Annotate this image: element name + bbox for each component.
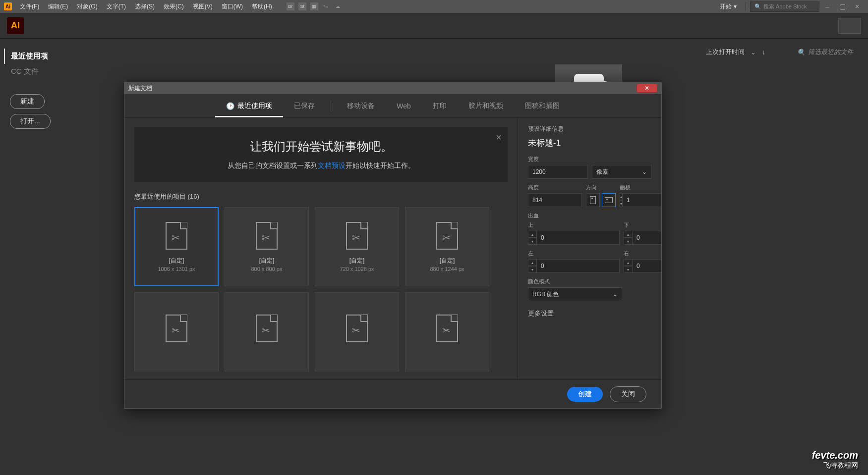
new-button[interactable]: 新建: [10, 94, 45, 109]
height-label: 高度: [528, 184, 582, 191]
bleed-top-label: 上: [528, 221, 620, 229]
content-topbar: 排序 上次打开时间 ⌄ ↓ 🔍 筛选最近的文件: [119, 48, 853, 56]
artboards-input[interactable]: [623, 193, 661, 207]
tab-print[interactable]: 打印: [422, 95, 458, 117]
search-icon: 🔍: [754, 3, 761, 10]
tab-film[interactable]: 胶片和视频: [458, 95, 514, 117]
app-icon: Ai: [4, 2, 12, 10]
filter-recent-files[interactable]: 🔍 筛选最近的文件: [797, 48, 853, 56]
bleed-left-input[interactable]: [537, 259, 620, 273]
preset-item[interactable]: ✂[自定]720 x 1028 px: [315, 207, 399, 286]
nav-cc-files[interactable]: CC 文件: [4, 64, 94, 79]
stock-search-placeholder: 搜索 Adobe Stock: [763, 3, 807, 10]
menu-window[interactable]: 窗口(W): [218, 1, 247, 12]
height-input[interactable]: [528, 193, 582, 207]
unit-select[interactable]: 像素⌄: [592, 165, 652, 179]
preset-item[interactable]: ✂: [405, 292, 489, 371]
gpu-icon[interactable]: ⮑: [322, 2, 331, 11]
ai-logo: Ai: [7, 17, 24, 34]
dialog-left-pane: × 让我们开始尝试新事物吧。 从您自己的文档设置或一系列文档预设开始以快速开始工…: [124, 118, 518, 379]
preset-name: [自定]: [440, 257, 455, 265]
doc-presets-link[interactable]: 文档预设: [318, 161, 346, 169]
chevron-down-icon: ⌄: [642, 168, 647, 175]
menu-effect[interactable]: 效果(C): [160, 1, 188, 12]
arrange-icon[interactable]: ▦: [310, 2, 319, 11]
bridge-icon[interactable]: Br: [286, 2, 295, 11]
watermark: fevte.com 飞特教程网: [812, 450, 858, 470]
preset-item[interactable]: ✂[自定]880 x 1244 px: [405, 207, 489, 286]
chevron-down-icon[interactable]: ⌄: [751, 49, 756, 56]
open-button[interactable]: 打开...: [10, 114, 51, 129]
window-restore[interactable]: ▢: [835, 2, 849, 11]
orientation-portrait[interactable]: [586, 193, 600, 207]
nav-recent[interactable]: 最近使用项: [4, 49, 94, 64]
menu-type[interactable]: 文字(T): [103, 1, 130, 12]
dialog-close-button[interactable]: ✕: [637, 84, 657, 93]
create-button[interactable]: 创建: [567, 387, 603, 402]
left-sidebar: 最近使用项 CC 文件 新建 打开...: [0, 39, 104, 475]
bleed-top-input[interactable]: [537, 231, 620, 245]
tab-art[interactable]: 图稿和插图: [514, 95, 571, 117]
dialog-footer: 创建 关闭: [124, 379, 661, 408]
start-dropdown[interactable]: 开始 ▾: [715, 1, 742, 12]
window-close[interactable]: ×: [850, 2, 864, 11]
menu-view[interactable]: 视图(V): [189, 1, 217, 12]
preset-item[interactable]: ✂[自定]1006 x 1301 px: [134, 207, 219, 286]
filter-placeholder: 筛选最近的文件: [808, 48, 853, 56]
colormode-label: 颜色模式: [528, 278, 651, 285]
sync-icon[interactable]: ☁: [334, 2, 343, 11]
preset-dim: 880 x 1244 px: [430, 266, 464, 272]
clock-icon: 🕑: [226, 102, 234, 110]
dialog-titlebar: 新建文档 ✕: [124, 82, 661, 94]
sort-value[interactable]: 上次打开时间: [706, 48, 745, 56]
bleed-bottom-input[interactable]: [633, 231, 661, 245]
menu-edit[interactable]: 编辑(E): [44, 1, 72, 12]
hero-heading: 让我们开始尝试新事物吧。: [144, 139, 498, 155]
preset-item[interactable]: ✂: [134, 292, 219, 371]
stock-icon[interactable]: St: [298, 2, 307, 11]
tab-web[interactable]: Web: [386, 95, 422, 117]
chevron-down-icon: ▾: [734, 3, 737, 10]
preset-grid: ✂[自定]1006 x 1301 px✂[自定]800 x 800 px✂[自定…: [134, 207, 508, 371]
details-header: 预设详细信息: [528, 125, 651, 133]
toolbar: Ai: [0, 13, 868, 39]
dialog-title: 新建文档: [128, 84, 152, 93]
recent-section-label: 您最近使用的项目 (16): [134, 192, 508, 201]
tab-mobile[interactable]: 移动设备: [336, 95, 386, 117]
close-button[interactable]: 关闭: [610, 386, 646, 402]
menu-help[interactable]: 帮助(H): [248, 1, 276, 12]
hero-close-icon[interactable]: ×: [496, 132, 502, 143]
workspace-switch[interactable]: [838, 18, 861, 34]
hero-banner: × 让我们开始尝试新事物吧。 从您自己的文档设置或一系列文档预设开始以快速开始工…: [134, 127, 508, 182]
sort-dir-icon[interactable]: ↓: [762, 48, 765, 56]
width-label: 宽度: [528, 156, 651, 163]
menu-select[interactable]: 选择(S): [131, 1, 159, 12]
preset-item[interactable]: ✂[自定]800 x 800 px: [225, 207, 309, 286]
window-minimize[interactable]: –: [820, 2, 834, 11]
width-input[interactable]: [528, 165, 588, 179]
bleed-right-input[interactable]: [633, 259, 661, 273]
dialog-tabs: 🕑最近使用项 已保存 移动设备 Web 打印 胶片和视频 图稿和插图: [124, 94, 661, 118]
menu-file[interactable]: 文件(F): [16, 1, 43, 12]
bleed-label: 出血: [528, 212, 651, 219]
document-icon: ✂: [436, 222, 458, 250]
orientation-landscape[interactable]: [602, 193, 616, 207]
menubar: Ai 文件(F) 编辑(E) 对象(O) 文字(T) 选择(S) 效果(C) 视…: [0, 0, 868, 13]
more-settings[interactable]: 更多设置: [528, 309, 651, 318]
menu-object[interactable]: 对象(O): [73, 1, 101, 12]
bleed-left-label: 左: [528, 250, 620, 257]
tab-recent[interactable]: 🕑最近使用项: [215, 95, 283, 117]
left-nav: 最近使用项 CC 文件: [10, 49, 94, 79]
preset-item[interactable]: ✂: [315, 292, 399, 371]
colormode-select[interactable]: RGB 颜色⌄: [528, 287, 622, 301]
preset-dim: 800 x 800 px: [251, 266, 283, 272]
preset-dim: 720 x 1028 px: [340, 266, 374, 272]
stock-search[interactable]: 🔍 搜索 Adobe Stock: [750, 1, 819, 12]
doc-title[interactable]: 未标题-1: [528, 137, 651, 149]
preset-item[interactable]: ✂: [225, 292, 309, 371]
preset-name: [自定]: [259, 257, 275, 265]
new-document-dialog: 新建文档 ✕ 🕑最近使用项 已保存 移动设备 Web 打印 胶片和视频 图稿和插…: [124, 82, 662, 409]
tab-saved[interactable]: 已保存: [283, 95, 326, 117]
document-icon: ✂: [256, 222, 278, 250]
dialog-right-pane: 预设详细信息 未标题-1 宽度 像素⌄ 高度 方向: [518, 118, 661, 379]
